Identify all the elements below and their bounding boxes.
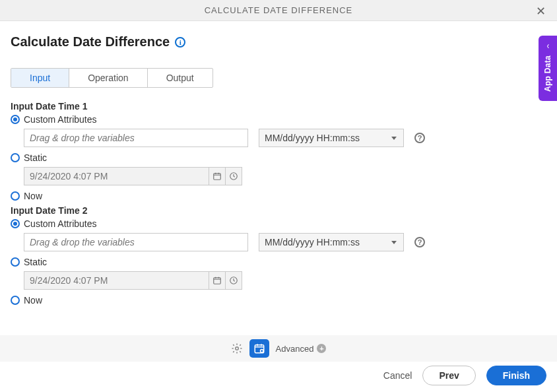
content-area: Calculate Date Difference i Input Operat…	[0, 21, 557, 306]
section1-static-label: Static	[24, 152, 47, 163]
section2-custom-radio[interactable]	[11, 219, 20, 228]
tabs: Input Operation Output	[11, 68, 213, 88]
section1-now-radio[interactable]	[11, 191, 20, 201]
section2-variables-input[interactable]: Drag & drop the variables	[24, 233, 248, 251]
bottom-toolbar: Advanced +	[0, 335, 557, 362]
svg-rect-0	[214, 174, 221, 180]
chevron-down-icon	[391, 241, 397, 244]
calendar-badge-icon[interactable]	[249, 339, 269, 358]
close-icon[interactable]: ✕	[536, 4, 546, 18]
calendar-icon[interactable]	[209, 167, 226, 185]
tab-operation[interactable]: Operation	[69, 69, 147, 87]
advanced-toggle[interactable]: Advanced +	[276, 344, 327, 354]
section2-static-label: Static	[24, 257, 47, 267]
section2-now-radio[interactable]	[11, 296, 20, 305]
section1-now-label: Now	[24, 191, 42, 201]
section2-static-input[interactable]: 9/24/2020 4:07 PM	[24, 271, 209, 290]
cancel-button[interactable]: Cancel	[383, 370, 412, 381]
finish-button[interactable]: Finish	[486, 366, 546, 385]
section1-title: Input Date Time 1	[11, 101, 546, 112]
section2-static-radio[interactable]	[11, 257, 20, 267]
section2-format-value: MM/dd/yyyy HH:mm:ss	[265, 237, 360, 247]
help-icon[interactable]: ?	[414, 237, 425, 247]
footer: Cancel Prev Finish	[383, 366, 546, 385]
tab-input[interactable]: Input	[11, 69, 69, 87]
section1-format-value: MM/dd/yyyy HH:mm:ss	[265, 133, 360, 143]
dialog-header: CALCULATE DATE DIFFERENCE ✕	[0, 0, 557, 21]
section1-static-radio[interactable]	[11, 153, 20, 162]
section1-format-select[interactable]: MM/dd/yyyy HH:mm:ss	[259, 129, 404, 147]
gear-icon[interactable]	[231, 343, 243, 354]
section1-custom-radio[interactable]	[11, 115, 20, 124]
plus-icon: +	[317, 344, 326, 353]
info-icon[interactable]: i	[175, 37, 185, 48]
section1-static-input[interactable]: 9/24/2020 4:07 PM	[24, 167, 209, 185]
help-icon[interactable]: ?	[414, 133, 425, 143]
page-title-row: Calculate Date Difference i	[11, 34, 546, 49]
side-panel-toggle[interactable]: ‹ App Data	[539, 36, 557, 101]
side-panel-label: App Data	[543, 55, 552, 92]
page-title: Calculate Date Difference	[11, 34, 170, 49]
svg-rect-2	[214, 278, 221, 284]
clock-icon[interactable]	[225, 271, 242, 290]
section2-now-label: Now	[24, 295, 42, 306]
section2-custom-label: Custom Attributes	[24, 218, 97, 229]
chevron-left-icon: ‹	[546, 41, 549, 50]
section1-custom-label: Custom Attributes	[24, 114, 97, 125]
calendar-icon[interactable]	[209, 271, 226, 290]
prev-button[interactable]: Prev	[422, 366, 475, 385]
svg-point-4	[235, 347, 238, 350]
svg-point-6	[260, 350, 263, 353]
section2-title: Input Date Time 2	[11, 205, 546, 216]
chevron-down-icon	[391, 137, 397, 140]
tab-output[interactable]: Output	[148, 69, 213, 87]
dialog-title: CALCULATE DATE DIFFERENCE	[205, 5, 353, 15]
section2-format-select[interactable]: MM/dd/yyyy HH:mm:ss	[259, 233, 404, 251]
clock-icon[interactable]	[225, 167, 242, 185]
section1-variables-input[interactable]: Drag & drop the variables	[24, 129, 248, 147]
advanced-label: Advanced	[276, 344, 314, 354]
